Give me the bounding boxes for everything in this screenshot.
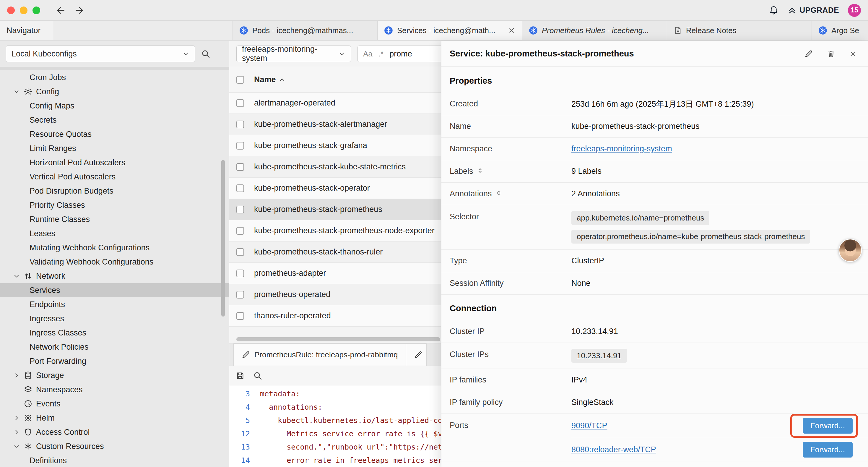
value-chip: operator.prometheus.io/name=kube-prometh…	[571, 230, 810, 243]
close-icon[interactable]	[849, 50, 857, 58]
name-column-header[interactable]: Name	[254, 75, 285, 84]
section-heading-connection: Connection	[441, 295, 868, 320]
detail-row-namespace: Namespacefreeleaps-monitoring-system	[441, 138, 868, 160]
row-checkbox[interactable]	[236, 99, 244, 107]
chevron-down-icon	[13, 272, 20, 280]
upgrade-button[interactable]: UPGRADE	[788, 6, 839, 15]
row-checkbox[interactable]	[236, 163, 244, 171]
sidebar-item-services[interactable]: Services	[0, 283, 229, 297]
tab-argo-se[interactable]: Argo Se	[812, 21, 868, 40]
sidebar-item-mutating-webhook-configurations[interactable]: Mutating Webhook Configurations	[0, 241, 229, 255]
editor-search-icon[interactable]	[253, 371, 262, 380]
sidebar-item-port-forwarding[interactable]: Port Forwarding	[0, 354, 229, 368]
tab-pods-icecheng-mathmas[interactable]: Pods - icecheng@mathmas...	[233, 21, 378, 40]
delete-icon[interactable]	[827, 49, 836, 58]
horizontal-scrollbar[interactable]	[236, 337, 440, 341]
sidebar-item-config-maps[interactable]: Config Maps	[0, 99, 229, 113]
detail-label: Session Affinity	[450, 279, 571, 288]
regex-toggle[interactable]: .*	[378, 49, 383, 59]
sidebar-item-namespaces[interactable]: Namespaces	[0, 382, 229, 397]
close-icon[interactable]	[508, 27, 516, 34]
notifications-bell-icon[interactable]	[769, 5, 779, 16]
sidebar-item-leases[interactable]: Leases	[0, 226, 229, 241]
chevron-down-icon	[13, 443, 20, 450]
detail-value: kube-prometheus-stack-prometheus	[571, 122, 868, 131]
sidebar-item-label: Config Maps	[30, 101, 74, 111]
line-text: annotations:	[260, 403, 322, 411]
row-checkbox[interactable]	[236, 142, 244, 150]
sidebar-item-ingresses[interactable]: Ingresses	[0, 312, 229, 326]
sidebar-scrollbar[interactable]	[221, 160, 225, 317]
sidebar-item-helm[interactable]: Helm	[0, 411, 229, 425]
namespace-link[interactable]: freeleaps-monitoring-system	[571, 144, 672, 153]
namespace-selector[interactable]: freeleaps-monitoring-system	[236, 46, 351, 62]
sidebar-item-events[interactable]: Events	[0, 397, 229, 411]
sidebar-item-definitions[interactable]: Definitions	[0, 454, 229, 467]
tab-release-notes[interactable]: Release Notes	[667, 21, 812, 40]
match-case-toggle[interactable]: Aa	[363, 49, 373, 59]
row-checkbox[interactable]	[236, 312, 244, 320]
sidebar-item-custom-resources[interactable]: Custom Resources	[0, 439, 229, 454]
dock-tab-partial[interactable]	[406, 344, 427, 366]
network-icon	[24, 272, 32, 281]
detail-value: ClusterIP	[571, 256, 868, 265]
sidebar-item-network[interactable]: Network	[0, 269, 229, 283]
row-checkbox[interactable]	[236, 184, 244, 192]
save-icon[interactable]	[236, 371, 245, 380]
sidebar-item-limit-ranges[interactable]: Limit Ranges	[0, 141, 229, 155]
detail-row-labels: Labels9 Labels	[441, 160, 868, 183]
sidebar-item-ingress-classes[interactable]: Ingress Classes	[0, 326, 229, 340]
sidebar-item-endpoints[interactable]: Endpoints	[0, 297, 229, 312]
notification-count-badge[interactable]: 15	[848, 4, 861, 17]
sidebar-item-vertical-pod-autoscalers[interactable]: Vertical Pod Autoscalers	[0, 170, 229, 184]
table-search-input[interactable]: Aa .* prome	[358, 46, 449, 62]
sidebar-item-pod-disruption-budgets[interactable]: Pod Disruption Budgets	[0, 184, 229, 198]
sidebar-item-cron-jobs[interactable]: Cron Jobs	[0, 70, 229, 85]
forward-button[interactable]: Forward...	[803, 418, 852, 434]
row-checkbox[interactable]	[236, 248, 244, 256]
sidebar-item-runtime-classes[interactable]: Runtime Classes	[0, 212, 229, 226]
expander-icon[interactable]	[477, 167, 483, 176]
port-link[interactable]: 9090/TCP	[571, 421, 790, 430]
row-checkbox[interactable]	[236, 269, 244, 277]
edit-icon[interactable]	[804, 49, 813, 58]
row-checkbox[interactable]	[236, 206, 244, 213]
sidebar-search-icon[interactable]	[201, 49, 210, 59]
kubeconfig-selector[interactable]: Local Kubeconfigs	[6, 46, 195, 62]
sidebar-item-config[interactable]: Config	[0, 85, 229, 99]
tab-services-icecheng-math[interactable]: Services - icecheng@math...	[378, 21, 522, 40]
sidebar-item-label: Pod Disruption Budgets	[30, 186, 114, 196]
row-checkbox[interactable]	[236, 227, 244, 235]
row-checkbox[interactable]	[236, 291, 244, 298]
back-icon[interactable]	[56, 5, 66, 16]
row-checkbox[interactable]	[236, 121, 244, 128]
kubeconfig-selector-value: Local Kubeconfigs	[11, 49, 77, 59]
forward-button[interactable]: Forward...	[803, 442, 852, 458]
zoom-window-button[interactable]	[32, 6, 40, 14]
sidebar-item-network-policies[interactable]: Network Policies	[0, 340, 229, 354]
expander-icon[interactable]	[495, 189, 502, 198]
sidebar-item-access-control[interactable]: Access Control	[0, 425, 229, 439]
select-all-checkbox[interactable]	[236, 76, 244, 84]
minimize-window-button[interactable]	[20, 6, 28, 14]
sidebar-item-resource-quotas[interactable]: Resource Quotas	[0, 127, 229, 141]
namespace-selector-value: freeleaps-monitoring-system	[242, 45, 332, 63]
sidebar-item-validating-webhook-configurations[interactable]: Validating Webhook Configurations	[0, 255, 229, 269]
forward-icon[interactable]	[74, 5, 85, 16]
service-name: kube-prometheus-stack-operator	[254, 183, 370, 193]
tab-label: Pods - icecheng@mathmas...	[252, 26, 371, 35]
detail-label: Ports	[450, 414, 571, 430]
sidebar-item-storage[interactable]: Storage	[0, 368, 229, 382]
sidebar-item-priority-classes[interactable]: Priority Classes	[0, 198, 229, 212]
close-window-button[interactable]	[7, 6, 15, 14]
sidebar-item-secrets[interactable]: Secrets	[0, 113, 229, 127]
tab-prometheus-rules-icecheng[interactable]: Prometheus Rules - icecheng...	[522, 21, 667, 40]
user-avatar[interactable]	[839, 239, 862, 262]
line-text: error rate in freeleaps metrics ser	[260, 456, 442, 465]
detail-row-ip-family-policy: IP family policySingleStack	[441, 391, 868, 414]
sidebar-item-horizontal-pod-autoscalers[interactable]: Horizontal Pod Autoscalers	[0, 155, 229, 170]
dock-tab-prometheusrule[interactable]: PrometheusRule: freeleaps-prod-rabbitmq	[234, 344, 406, 366]
chevron-down-icon	[182, 50, 189, 57]
sidebar-item-label: Custom Resources	[36, 442, 104, 451]
port-link[interactable]: 8080:reloader-web/TCP	[571, 445, 803, 454]
